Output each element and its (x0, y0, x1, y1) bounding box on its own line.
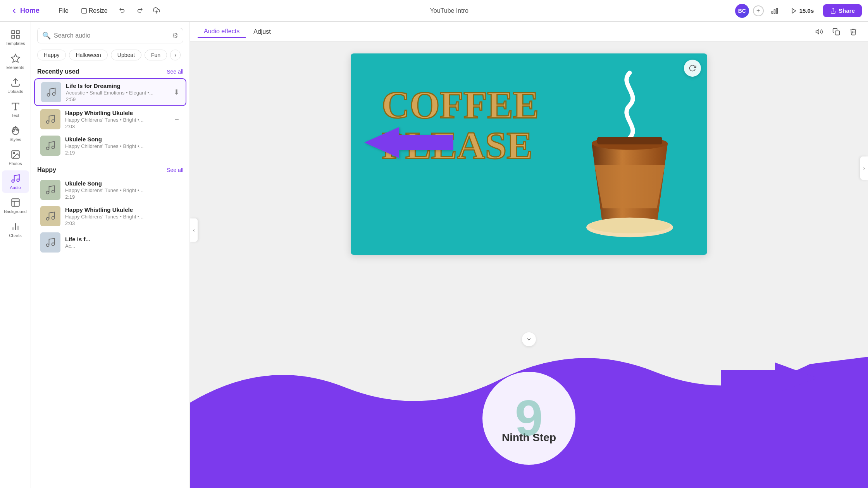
file-button[interactable]: File (54, 5, 73, 17)
volume-icon-btn[interactable] (812, 25, 826, 39)
panel-scroll: Recently used See all Life Is for Dreami… (31, 65, 189, 488)
resize-button[interactable]: Resize (76, 5, 112, 17)
sidebar-item-label: Audio (10, 185, 21, 190)
svg-point-44 (589, 218, 670, 233)
add-track-button-1[interactable]: + (292, 430, 301, 439)
download-icon[interactable]: ⬇ (174, 88, 179, 96)
audio-title: Happy Whistling Ukulele (65, 206, 180, 213)
audio-item-ukulele-song[interactable]: Ukulele Song Happy Childrens' Tunes • Br… (34, 132, 186, 159)
tag-halloween[interactable]: Halloween (69, 50, 107, 60)
audio-item-life-is-for-dreaming[interactable]: Life Is for Dreaming Acoustic • Small Em… (34, 78, 186, 106)
coffee-cup-illustration (575, 65, 684, 243)
audio-track-duration: 14.8s (221, 454, 232, 459)
project-title: YouTube Intro (430, 7, 468, 14)
cloud-save-button[interactable] (150, 4, 164, 18)
home-button[interactable]: Home (6, 4, 44, 17)
track-label-2: 5.0s (305, 439, 313, 444)
sidebar-item-label: Styles (10, 137, 21, 142)
tab-audio-effects[interactable]: Audio effects (198, 26, 246, 38)
svg-point-37 (46, 244, 49, 247)
add-team-button[interactable]: + (753, 5, 764, 16)
audio-panel: 🔍 ⚙ Happy Halloween Upbeat Fun › Recentl… (31, 22, 190, 488)
audio-thumb (40, 206, 60, 226)
svg-marker-39 (816, 29, 819, 34)
tag-more[interactable]: › (170, 50, 181, 60)
main-layout: Templates Elements Uploads Text Styles P… (0, 22, 868, 488)
svg-point-35 (46, 218, 49, 220)
hide-icon[interactable]: – (174, 114, 180, 124)
audio-duration: 2:03 (65, 220, 180, 226)
recently-used-see-all[interactable]: See all (167, 69, 183, 75)
audio-title: Life Is f... (65, 236, 180, 242)
audio-thumb (41, 82, 61, 102)
sidebar-item-photos[interactable]: Photos (2, 146, 29, 169)
audio-info: Happy Whistling Ukulele Happy Childrens'… (65, 110, 169, 129)
svg-point-27 (47, 94, 50, 96)
track-label-3: 5.0s (375, 439, 384, 444)
sidebar-item-uploads[interactable]: Uploads (2, 74, 29, 97)
sidebar-item-charts[interactable]: Charts (2, 218, 29, 241)
audio-info: Life Is for Dreaming Acoustic • Small Em… (66, 82, 169, 102)
sidebar-item-text[interactable]: Text (2, 98, 29, 121)
svg-rect-3 (774, 10, 775, 14)
audio-info: Ukulele Song Happy Childrens' Tunes • Br… (65, 180, 180, 200)
topbar: Home File Resize YouTube Intro BC + 15.0… (0, 0, 868, 22)
tag-happy[interactable]: Happy (37, 50, 66, 60)
sidebar-item-audio[interactable]: Audio (2, 170, 29, 193)
audio-duration: 2:19 (65, 194, 180, 200)
timer-button[interactable]: 15.0s (785, 5, 820, 16)
svg-point-22 (17, 179, 19, 182)
undo-button[interactable] (115, 4, 129, 18)
avatar-button[interactable]: BC (735, 4, 749, 18)
happy-see-all[interactable]: See all (167, 167, 183, 173)
svg-point-28 (53, 93, 55, 95)
svg-rect-4 (772, 11, 773, 13)
audio-duration: 2:19 (65, 150, 180, 156)
sidebar-item-label: Photos (9, 161, 22, 166)
recently-used-title: Recently used (37, 68, 79, 75)
filter-icon[interactable]: ⚙ (172, 31, 178, 40)
audio-item-happy-whistling-2[interactable]: Happy Whistling Ukulele Happy Childrens'… (34, 203, 186, 229)
collapse-left-button[interactable]: ‹ (190, 218, 198, 242)
sidebar-item-label: Background (4, 209, 27, 214)
audio-thumb (40, 109, 60, 129)
audio-meta: Ac... (65, 243, 180, 249)
sidebar-item-elements[interactable]: Elements (2, 50, 29, 73)
audio-item-ukulele-song-2[interactable]: Ukulele Song Happy Childrens' Tunes • Br… (34, 177, 186, 203)
add-track-button-2[interactable]: + (362, 430, 372, 439)
audio-item-happy-whistling[interactable]: Happy Whistling Ukulele Happy Childrens'… (34, 106, 186, 132)
video-track-2[interactable]: 🐱 5.0s (303, 423, 361, 445)
collapse-right-button[interactable]: › (860, 156, 868, 180)
stats-button[interactable] (768, 4, 782, 18)
toolbar-right-icons (812, 25, 860, 39)
tab-adjust[interactable]: Adjust (247, 26, 277, 38)
sidebar-item-templates[interactable]: Templates (2, 26, 29, 49)
sidebar-item-styles[interactable]: Styles (2, 122, 29, 145)
svg-marker-45 (203, 432, 207, 436)
redo-button[interactable] (133, 4, 146, 18)
svg-rect-10 (16, 35, 19, 38)
timeline-collapse-button[interactable] (522, 332, 536, 346)
sidebar-item-background[interactable]: Background (2, 194, 29, 217)
svg-rect-42 (597, 137, 662, 144)
video-track-1[interactable]: 5.0s ☕ 5.0s (232, 423, 290, 445)
tag-upbeat[interactable]: Upbeat (111, 50, 141, 60)
audio-meta: Acoustic • Small Emotions • Elegant •... (66, 90, 169, 96)
delete-icon-btn[interactable] (846, 25, 860, 39)
video-track-3[interactable]: 👤 5.0s (373, 423, 431, 445)
svg-rect-8 (16, 31, 19, 34)
sidebar-item-label: Templates (5, 41, 25, 46)
duplicate-icon-btn[interactable] (829, 25, 843, 39)
play-button[interactable] (198, 426, 213, 442)
share-button[interactable]: Share (823, 4, 862, 17)
audio-item-life-dreaming-2[interactable]: Life Is f... Ac... (34, 229, 186, 256)
refresh-button[interactable] (684, 60, 701, 77)
tag-fun[interactable]: Fun (145, 50, 167, 60)
happy-section-header: Happy See all (31, 163, 189, 177)
audio-track-more-button[interactable]: ••• (402, 453, 408, 460)
ninth-step-number: 9 (515, 393, 543, 443)
add-slide-placeholder[interactable]: + (433, 423, 464, 446)
tag-chips: Happy Halloween Upbeat Fun › (31, 50, 189, 65)
search-input[interactable] (54, 32, 169, 39)
audio-waveform-track[interactable]: 14.8s ••• (218, 450, 412, 463)
